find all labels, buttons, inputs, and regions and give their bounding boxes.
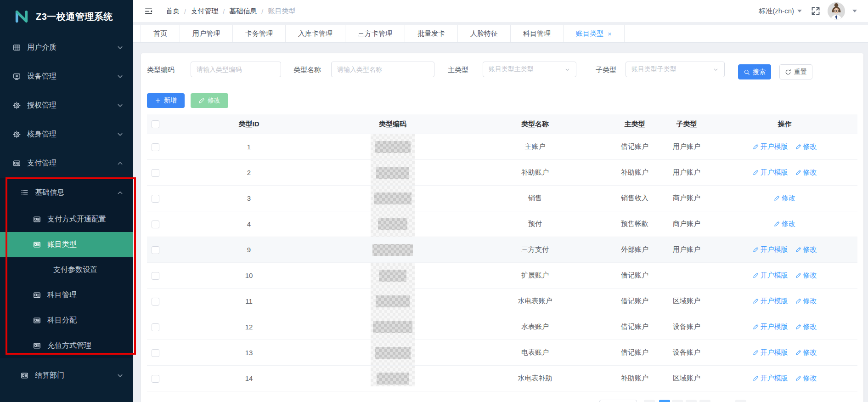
content-card: 类型编码 类型名称 主类型 账目类型主类型 子类型 账目类型子类型 搜索 重置 [141, 53, 863, 402]
user-avatar[interactable] [828, 2, 845, 20]
select-all-checkbox[interactable] [152, 120, 159, 128]
sidebar-item-label: 结算部门 [35, 371, 116, 380]
action-modify-link[interactable]: 修改 [795, 271, 817, 280]
page-size-select[interactable] [599, 400, 637, 402]
cell-type-code [323, 347, 462, 359]
cell-type-id: 1 [175, 143, 323, 151]
action-modify-link[interactable]: 修改 [795, 297, 817, 306]
tab[interactable]: 人脸特征× [458, 25, 511, 42]
page-button[interactable] [699, 400, 710, 402]
type-name-input[interactable] [331, 62, 434, 77]
action-open-template-link[interactable]: 开户模版 [753, 323, 788, 331]
tab[interactable]: 首页× [141, 25, 180, 42]
tab[interactable]: 批量发卡× [405, 25, 458, 42]
sidebar-item[interactable]: 支付管理 [0, 149, 133, 178]
sidebar-item[interactable]: 用户介质 [0, 33, 133, 62]
action-modify-link[interactable]: 修改 [795, 245, 817, 254]
sub-type-select[interactable]: 账目类型子类型 [626, 62, 725, 77]
page-button-active[interactable]: 1 [659, 400, 670, 402]
row-checkbox[interactable] [152, 169, 159, 177]
sidebar-item-label: 基础信息 [35, 188, 116, 198]
action-open-template-link[interactable]: 开户模版 [753, 168, 788, 177]
sidebar-item[interactable]: 设备管理 [0, 62, 133, 91]
sidebar-item[interactable]: 授权管理 [0, 91, 133, 120]
breadcrumb-item[interactable]: 基础信息 [229, 7, 257, 16]
row-checkbox[interactable] [152, 298, 159, 306]
action-open-template-link[interactable]: 开户模版 [753, 271, 788, 280]
row-checkbox[interactable] [152, 375, 159, 383]
action-modify-link[interactable]: 修改 [795, 348, 817, 357]
action-modify-link[interactable]: 修改 [795, 168, 817, 177]
reset-button[interactable]: 重置 [779, 64, 812, 79]
tab[interactable]: 入库卡管理× [286, 25, 345, 42]
redacted-code-block [376, 295, 410, 307]
cell-type-name: 补助账户 [462, 168, 608, 177]
sidebar-subitem[interactable]: 支付方式开通配置 [0, 207, 133, 232]
language-selector[interactable]: 标准(zh-cn) [759, 7, 802, 16]
action-modify-link[interactable]: 修改 [774, 220, 795, 228]
row-checkbox[interactable] [152, 272, 159, 280]
add-button[interactable]: 新增 [147, 93, 185, 108]
sidebar-item-settlement-dept[interactable]: 结算部门 [0, 362, 133, 389]
cell-type-code [323, 295, 462, 307]
tab[interactable]: 三方卡管理× [345, 25, 405, 42]
sidebar-item[interactable]: 核身管理 [0, 120, 133, 149]
search-button[interactable]: 搜索 [738, 64, 771, 79]
sidebar-nav: 用户介质设备管理授权管理核身管理支付管理 [0, 33, 133, 178]
action-modify-link[interactable]: 修改 [795, 323, 817, 331]
page-button[interactable] [672, 400, 683, 402]
edit-button-disabled[interactable]: 修改 [191, 93, 228, 108]
row-checkbox[interactable] [152, 323, 159, 331]
close-icon[interactable]: × [608, 30, 612, 37]
caret-down-icon[interactable] [852, 10, 857, 12]
action-modify-link[interactable]: 修改 [795, 374, 817, 383]
main-type-select-placeholder: 账目类型主类型 [489, 65, 564, 74]
row-checkbox[interactable] [152, 143, 159, 151]
fullscreen-icon[interactable] [811, 6, 820, 16]
main-type-select[interactable]: 账目类型主类型 [483, 62, 576, 77]
menu-fold-icon[interactable] [144, 7, 153, 16]
card-icon [33, 215, 41, 223]
breadcrumb-item[interactable]: 支付管理 [191, 7, 218, 16]
pencil-icon [795, 272, 801, 278]
pencil-icon [795, 298, 801, 304]
action-modify-link[interactable]: 修改 [795, 142, 817, 151]
row-checkbox[interactable] [152, 195, 159, 203]
sidebar-subitem[interactable]: 科目分配 [0, 308, 133, 333]
action-open-template-link[interactable]: 开户模版 [753, 348, 788, 357]
page-button[interactable] [686, 400, 697, 402]
sidebar-subitem-active[interactable]: 账目类型 [0, 232, 133, 257]
action-modify-link[interactable]: 修改 [774, 194, 795, 203]
type-code-input[interactable] [191, 62, 281, 77]
cell-sub-type: 区域账户 [661, 297, 712, 306]
tab[interactable]: 卡务管理× [233, 25, 286, 42]
sidebar-subitem[interactable]: 支付参数设置 [0, 257, 133, 283]
sidebar-subitem[interactable]: 充值方式管理 [0, 333, 133, 358]
card-icon [21, 372, 28, 379]
app-logo: Z3一校通管理系统 [0, 0, 133, 33]
action-open-template-link[interactable]: 开户模版 [753, 245, 788, 254]
tab[interactable]: 用户管理× [180, 25, 233, 42]
tab[interactable]: 科目管理× [511, 25, 564, 42]
cell-type-name: 水电表账户 [462, 297, 608, 306]
tab-active[interactable]: 账目类型× [564, 25, 625, 42]
action-label: 开户模版 [761, 142, 788, 151]
sidebar-item-label: 支付管理 [27, 159, 116, 168]
redacted-code-block [375, 141, 411, 153]
action-open-template-link[interactable]: 开户模版 [753, 374, 788, 383]
prev-page-button[interactable] [644, 400, 655, 402]
sidebar-item-basic-info[interactable]: 基础信息 [0, 178, 133, 207]
cell-actions: 修改 [712, 220, 857, 228]
row-checkbox[interactable] [152, 246, 159, 254]
action-open-template-link[interactable]: 开户模版 [753, 297, 788, 306]
pencil-icon [753, 298, 759, 304]
row-checkbox[interactable] [152, 221, 159, 228]
gear-icon [13, 102, 21, 109]
action-label: 修改 [782, 194, 795, 203]
sidebar-subitem[interactable]: 科目管理 [0, 283, 133, 308]
action-open-template-link[interactable]: 开户模版 [753, 142, 788, 151]
redacted-code-block [379, 270, 406, 282]
breadcrumb-item[interactable]: 首页 [166, 7, 180, 16]
next-page-button[interactable] [735, 400, 746, 402]
row-checkbox[interactable] [152, 349, 159, 357]
